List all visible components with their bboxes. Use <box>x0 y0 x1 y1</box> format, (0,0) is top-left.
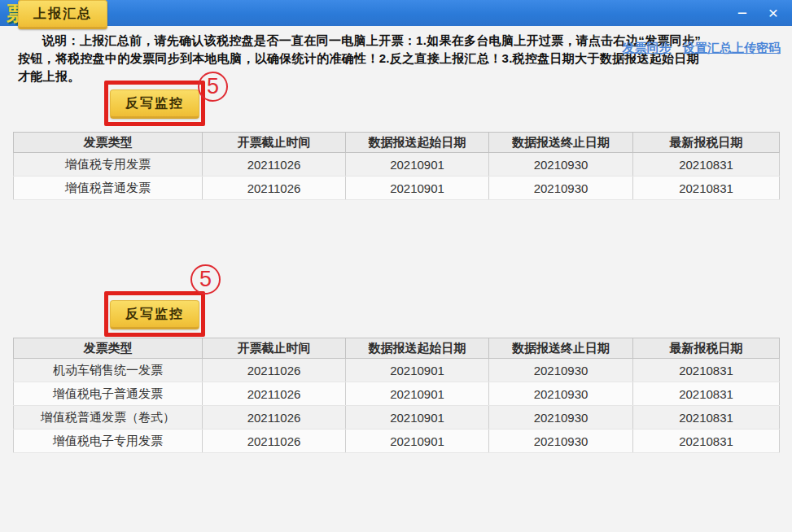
tutorial-highlight-box: 反写监控 <box>104 81 205 126</box>
table-row: 增值税普通发票（卷式）20211026202109012021093020210… <box>14 406 780 430</box>
table-cell: 20210930 <box>489 177 633 200</box>
column-header: 最新报税日期 <box>633 133 780 153</box>
table-cell: 20211026 <box>203 153 346 177</box>
table-cell: 增值税普通发票（卷式） <box>14 406 203 430</box>
table-cell: 20210901 <box>346 177 489 200</box>
table-cell: 20211026 <box>203 406 346 430</box>
annotation-step-badge: 5 <box>190 264 221 294</box>
report-summary-button[interactable]: 上报汇总 <box>18 0 107 29</box>
table-cell: 20210901 <box>346 406 489 430</box>
column-header: 数据报送起始日期 <box>346 338 489 359</box>
table-cell: 20210831 <box>633 406 780 430</box>
writeback-monitor-button[interactable]: 反写监控 <box>110 89 199 119</box>
column-header: 数据报送起始日期 <box>346 133 489 153</box>
column-header: 数据报送终止日期 <box>489 338 633 359</box>
window-controls: − × <box>732 0 784 26</box>
table-cell: 20210831 <box>633 177 780 200</box>
table-row: 增值税电子专用发票2021102620210901202109302021083… <box>14 430 780 453</box>
column-header: 数据报送终止日期 <box>489 133 633 153</box>
table-cell: 增值税专用发票 <box>14 153 203 177</box>
table-cell: 20210901 <box>346 382 489 406</box>
table-cell: 增值税电子专用发票 <box>14 430 203 453</box>
table-cell: 20210930 <box>489 359 633 382</box>
action-links: 发票同步 设置汇总上传密码 <box>615 41 781 56</box>
table-cell: 20211026 <box>203 359 346 382</box>
table-row: 机动车销售统一发票2021102620210901202109302021083… <box>14 359 780 382</box>
table-header-row: 发票类型开票截止时间数据报送起始日期数据报送终止日期最新报税日期 <box>14 338 780 359</box>
table-cell: 20210831 <box>633 382 780 406</box>
table-cell: 增值税电子普通发票 <box>14 382 203 406</box>
link-invoice-sync[interactable]: 发票同步 <box>623 41 672 55</box>
table-cell: 20210831 <box>633 153 780 177</box>
tutorial-highlight-box: 反写监控 <box>104 291 205 337</box>
table-cell: 20210930 <box>489 153 633 177</box>
close-icon[interactable]: × <box>763 1 784 25</box>
table-cell: 20210930 <box>489 406 633 430</box>
column-header: 开票截止时间 <box>203 338 346 359</box>
table-cell: 20211026 <box>203 382 346 406</box>
table-header-row: 发票类型开票截止时间数据报送起始日期数据报送终止日期最新报税日期 <box>14 133 780 153</box>
column-header: 发票类型 <box>14 338 203 359</box>
table-cell: 20210901 <box>346 430 489 453</box>
table-row: 增值税电子普通发票2021102620210901202109302021083… <box>14 382 780 406</box>
column-header: 开票截止时间 <box>203 133 346 153</box>
table-cell: 20210831 <box>633 359 780 382</box>
table-cell: 机动车销售统一发票 <box>14 359 203 382</box>
titlebar: 票 汇总上传 − × <box>0 0 792 26</box>
annotation-step-badge: 5 <box>198 72 228 102</box>
table-cell: 20211026 <box>203 177 346 200</box>
table-cell: 20211026 <box>203 430 346 453</box>
minimize-icon[interactable]: − <box>732 1 753 25</box>
invoice-table-1: 发票类型开票截止时间数据报送起始日期数据报送终止日期最新报税日期增值税专用发票2… <box>13 132 780 200</box>
instruction-text: 说明：上报汇总前，请先确认该税控盘是否一直在同一电脑上开票：1.如果在多台电脑上… <box>18 32 706 85</box>
table-row: 增值税专用发票20211026202109012021093020210831 <box>14 153 780 177</box>
column-header: 最新报税日期 <box>633 338 780 359</box>
writeback-monitor-button[interactable]: 反写监控 <box>110 300 199 329</box>
table-cell: 20210901 <box>346 359 489 382</box>
column-header: 发票类型 <box>14 133 203 153</box>
link-set-upload-password[interactable]: 设置汇总上传密码 <box>683 41 781 55</box>
table-cell: 20210901 <box>346 153 489 177</box>
table-cell: 20210930 <box>489 382 633 406</box>
table-row: 增值税普通发票20211026202109012021093020210831 <box>14 177 780 200</box>
table-cell: 20210930 <box>489 430 633 453</box>
table-cell: 增值税普通发票 <box>14 177 203 200</box>
invoice-table-2: 发票类型开票截止时间数据报送起始日期数据报送终止日期最新报税日期机动车销售统一发… <box>13 338 780 453</box>
table-cell: 20210831 <box>633 430 780 453</box>
